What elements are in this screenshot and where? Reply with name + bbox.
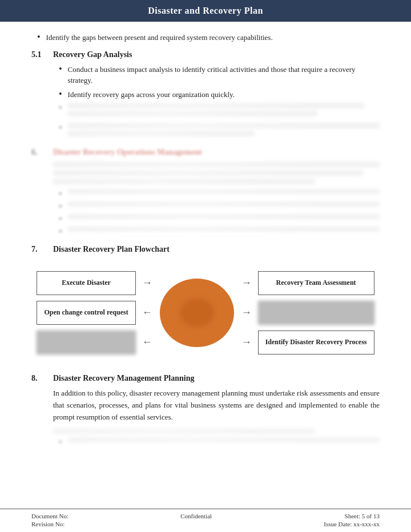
rev-no-label: Revision No: (31, 521, 68, 527)
section-7-header: 7. Disaster Recovery Plan Flowchart (31, 245, 380, 254)
fc-box-left-blurred (37, 331, 135, 354)
flowchart: Execute Disaster Open change control req… (31, 263, 380, 362)
content-area: • Identify the gaps between present and … (0, 22, 411, 509)
list-item: • Identify recovery gaps across your org… (53, 89, 380, 100)
section-5-title: Recovery Gap Analysis (53, 50, 132, 59)
flowchart-left: Execute Disaster Open change control req… (37, 271, 135, 354)
arrow-left-1: ← (142, 301, 153, 325)
bullet-icon: • (59, 65, 62, 74)
fc-box-recovery-team: Recovery Team Assessment (258, 271, 374, 295)
blurred-bullet: • (53, 227, 380, 236)
section-6-number: 6. (31, 148, 53, 157)
section-6-title: Disaster Recovery Operations Management (53, 148, 202, 157)
section-6-body: • • • • (31, 162, 380, 236)
bullet-text: Identify recovery gaps across your organ… (68, 89, 380, 100)
page-title: Disaster and Recovery Plan (148, 6, 263, 15)
blurred-bullet: • (53, 189, 380, 199)
arrow-right-3: → (241, 301, 252, 325)
left-arrows: → ← ← (142, 271, 153, 354)
list-item: • Conduct a business impact analysis to … (53, 64, 380, 86)
footer-center: Confidential (180, 513, 212, 527)
flowchart-center (160, 279, 234, 347)
intro-section: • Identify the gaps between present and … (31, 32, 380, 43)
section-8-header: 8. Disaster Recovery Management Planning (31, 374, 380, 383)
section-8-number: 8. (31, 374, 53, 383)
blurred-bullet: • (53, 201, 380, 211)
section-8-blurred: • (53, 429, 380, 447)
sheet-info: Sheet: 5 of 13 (324, 513, 380, 519)
fc-box-right-blurred (258, 301, 374, 325)
blurred-bullet: • (53, 103, 380, 120)
arrow-right-1: → (142, 271, 153, 295)
blurred-bullet: • (53, 123, 380, 140)
footer: Document No: Revision No: Confidential S… (0, 509, 411, 532)
bullet-icon: • (59, 90, 62, 99)
flowchart-right: Recovery Team Assessment Identify Disast… (258, 271, 374, 354)
section-8-title: Disaster Recovery Management Planning (53, 374, 194, 383)
list-item: • Identify the gaps between present and … (31, 32, 380, 43)
section-5-body: • Conduct a business impact analysis to … (31, 64, 380, 140)
section-5-header: 5.1 Recovery Gap Analysis (31, 50, 380, 59)
bullet-icon: • (37, 33, 41, 42)
arrow-right-4: → (241, 331, 252, 354)
fc-box-open-change: Open change control request (37, 301, 135, 325)
bullet-text: Conduct a business impact analysis to id… (68, 64, 380, 86)
arrow-left-2: ← (142, 331, 153, 354)
blurred-bullet: • (53, 214, 380, 224)
section-8-body: In addition to this policy, disaster rec… (31, 388, 380, 447)
section-7-title: Disaster Recovery Plan Flowchart (53, 245, 170, 254)
doc-no-label: Document No: (31, 513, 68, 519)
confidential-label: Confidential (180, 513, 212, 519)
section-5-number: 5.1 (31, 50, 53, 59)
page: Disaster and Recovery Plan • Identify th… (0, 0, 411, 532)
section-6: 6. Disaster Recovery Operations Manageme… (31, 148, 380, 236)
footer-left: Document No: Revision No: (31, 513, 68, 527)
ellipse-inner (180, 299, 214, 327)
page-header: Disaster and Recovery Plan (0, 0, 411, 22)
section-8-text: In addition to this policy, disaster rec… (53, 388, 380, 423)
issue-date: Issue Date: xx-xxx-xx (324, 521, 380, 527)
bullet-text: Identify the gaps between present and re… (46, 32, 380, 43)
fc-ellipse (160, 279, 234, 347)
fc-box-execute-disaster: Execute Disaster (37, 271, 135, 295)
section-8: 8. Disaster Recovery Management Planning… (31, 374, 380, 447)
bullet-icon: • (59, 103, 62, 112)
bullet-icon: • (59, 123, 62, 132)
section-6-header: 6. Disaster Recovery Operations Manageme… (31, 148, 380, 157)
fc-box-identify-disaster: Identify Disaster Recovery Process (258, 331, 374, 354)
footer-right: Sheet: 5 of 13 Issue Date: xx-xxx-xx (324, 513, 380, 527)
arrow-right-2: → (241, 271, 252, 295)
section-7-number: 7. (31, 245, 53, 254)
blurred-bullet: • (53, 437, 380, 447)
right-arrows: → → → (241, 271, 252, 354)
